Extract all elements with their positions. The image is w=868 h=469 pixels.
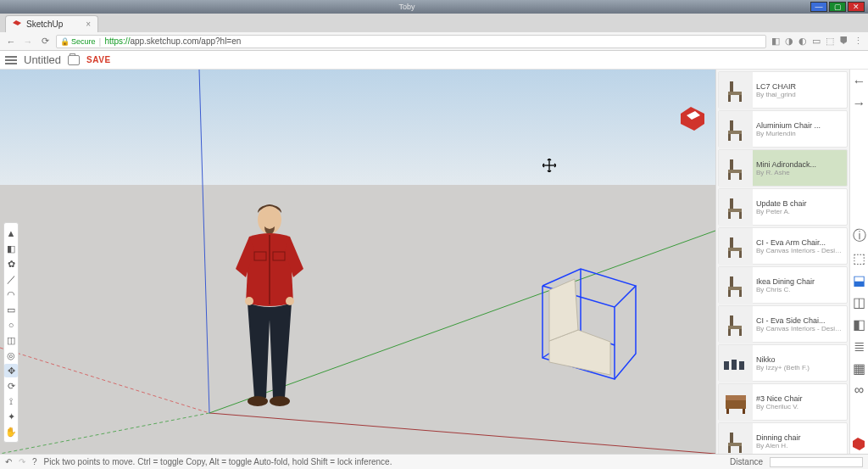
minimize-button[interactable]: — xyxy=(810,2,827,12)
warehouse-result[interactable]: Aluminium Chair ...By Murlendin xyxy=(718,110,848,148)
tools-toolbar: ▲ ◧ ✿ ／ ◠ ▭ ○ ◫ ◎ ✥ ⟳ ⟟ ✦ ✋ xyxy=(3,222,19,443)
save-button[interactable]: SAVE xyxy=(86,55,111,64)
warehouse-result[interactable]: NikkoBy Izzy+ (Beth F.) xyxy=(718,344,848,382)
tape-tool[interactable]: ⟟ xyxy=(4,394,18,408)
info-icon[interactable]: ⓘ xyxy=(853,229,866,243)
svg-rect-48 xyxy=(724,361,729,370)
rotate-tool[interactable]: ⟳ xyxy=(4,379,18,393)
sketchup-logo-icon xyxy=(678,103,707,136)
offset-tool[interactable]: ◎ xyxy=(4,349,18,362)
svg-rect-40 xyxy=(730,276,733,288)
extension-icon[interactable]: ◐ xyxy=(798,36,807,47)
browser-tab-title: SketchUp xyxy=(26,20,63,29)
forward-button[interactable]: → xyxy=(22,36,34,47)
display-icon[interactable]: ∞ xyxy=(853,383,866,397)
scenes-icon[interactable]: ▦ xyxy=(853,361,866,375)
svg-rect-20 xyxy=(730,81,733,93)
styles-icon[interactable]: ◧ xyxy=(853,317,866,331)
svg-line-5 xyxy=(199,70,209,413)
maximize-button[interactable]: ▢ xyxy=(829,2,846,12)
reload-button[interactable]: ⟳ xyxy=(39,36,51,47)
result-thumbnail xyxy=(719,228,753,265)
warehouse-result[interactable]: #3 Nice ChairBy Cheriluc V. xyxy=(718,383,848,421)
result-author: By R. Ashe xyxy=(756,169,843,176)
orbit-tool[interactable]: ✦ xyxy=(4,410,18,423)
sketchup-favicon-icon xyxy=(13,20,21,29)
line-tool[interactable]: ／ xyxy=(4,272,18,286)
warehouse-result[interactable]: Update B chairBy Peter A. xyxy=(718,188,848,226)
url-text: https://app.sketchup.com/app?hl=en xyxy=(104,36,241,46)
warehouse-result[interactable]: CI - Eva Arm Chair...By Canvas Interiors… xyxy=(718,227,848,265)
svg-rect-50 xyxy=(739,361,744,370)
back-button[interactable]: ← xyxy=(5,36,17,47)
circle-tool[interactable]: ○ xyxy=(4,318,18,332)
svg-rect-56 xyxy=(728,443,742,446)
warehouse-results-panel[interactable]: LC7 CHAIRBy thai_grindAluminium Chair ..… xyxy=(715,70,849,454)
os-title-bar: Toby — ▢ ✕ xyxy=(0,0,868,14)
undo-icon[interactable]: ↶ xyxy=(5,457,12,466)
result-author: By Chris C. xyxy=(756,286,843,293)
status-bar: ↶ ↷ ? Pick two points to move. Ctrl = to… xyxy=(0,454,868,469)
materials-icon[interactable]: ◫ xyxy=(853,295,866,309)
extension-icon[interactable]: ◑ xyxy=(785,36,793,47)
tray-forward-icon[interactable]: → xyxy=(853,97,866,110)
result-author: By Alen H. xyxy=(756,442,843,449)
paint-tool[interactable]: ✿ xyxy=(4,257,18,271)
svg-rect-54 xyxy=(743,409,745,414)
instructor-icon[interactable]: ⬚ xyxy=(853,251,866,265)
redo-icon[interactable]: ↷ xyxy=(19,457,25,466)
folder-icon[interactable] xyxy=(68,55,80,65)
measurement-input[interactable] xyxy=(770,457,863,467)
extension-icon[interactable]: ◧ xyxy=(771,36,780,47)
move-tool[interactable]: ✥ xyxy=(4,364,18,377)
svg-rect-22 xyxy=(728,95,731,102)
components-icon[interactable]: ⬓ xyxy=(853,273,866,287)
sketchup-tray-icon[interactable] xyxy=(852,437,865,450)
tray-back-icon[interactable]: ← xyxy=(853,75,866,88)
help-icon[interactable]: ? xyxy=(32,457,37,466)
address-bar[interactable]: 🔒 Secure | https://app.sketchup.com/app?… xyxy=(56,35,766,48)
close-tab-icon[interactable]: × xyxy=(86,20,91,29)
browser-tab[interactable]: SketchUp × xyxy=(5,15,98,32)
result-author: By Murlendin xyxy=(756,130,843,137)
warehouse-result[interactable]: LC7 CHAIRBy thai_grind xyxy=(718,71,848,109)
close-button[interactable]: ✕ xyxy=(848,2,865,12)
svg-rect-24 xyxy=(730,120,733,132)
pushpull-tool[interactable]: ◫ xyxy=(4,333,18,347)
result-thumbnail xyxy=(719,72,753,109)
svg-rect-49 xyxy=(732,360,737,370)
select-tool[interactable]: ▲ xyxy=(4,226,18,240)
svg-rect-41 xyxy=(728,287,742,290)
warehouse-result[interactable]: Ikea Dining ChairBy Chris C. xyxy=(718,266,848,304)
warehouse-result[interactable]: Mini Adirondack...By R. Ashe xyxy=(718,149,848,187)
menu-button[interactable] xyxy=(5,56,17,64)
result-thumbnail xyxy=(719,384,753,422)
placed-component[interactable] xyxy=(534,260,644,391)
svg-rect-25 xyxy=(728,131,742,134)
extension-icon[interactable]: ⛊ xyxy=(839,36,849,47)
eraser-tool[interactable]: ◧ xyxy=(4,242,18,255)
result-thumbnail xyxy=(719,423,753,454)
svg-rect-51 xyxy=(726,400,746,409)
result-title: Update B chair xyxy=(756,199,843,208)
extension-icon[interactable]: ⬚ xyxy=(826,36,834,47)
browser-extensions: ◧ ◑ ◐ ▭ ⬚ ⛊ ⋮ xyxy=(771,36,863,47)
viewport[interactable]: ▲ ◧ ✿ ／ ◠ ▭ ○ ◫ ◎ ✥ ⟳ ⟟ ✦ ✋ xyxy=(0,70,715,454)
svg-rect-32 xyxy=(730,198,733,210)
browser-tab-strip: SketchUp × xyxy=(0,14,868,32)
arc-tool[interactable]: ◠ xyxy=(4,288,18,301)
rectangle-tool[interactable]: ▭ xyxy=(4,303,18,316)
warehouse-result[interactable]: Dinning chairBy Alen H. xyxy=(718,422,848,454)
svg-rect-57 xyxy=(728,446,731,453)
svg-rect-28 xyxy=(730,159,733,171)
layers-icon[interactable]: ≣ xyxy=(853,339,866,353)
menu-icon[interactable]: ⋮ xyxy=(854,36,863,47)
svg-rect-37 xyxy=(728,248,742,251)
svg-rect-35 xyxy=(739,212,742,219)
warehouse-result[interactable]: CI - Eva Side Chai...By Canvas Interiors… xyxy=(718,305,848,343)
pan-tool[interactable]: ✋ xyxy=(4,425,18,438)
result-author: By Canvas Interiors - Designer xyxy=(756,325,843,332)
extension-icon[interactable]: ▭ xyxy=(812,36,821,47)
move-cursor-icon xyxy=(542,159,556,172)
svg-rect-45 xyxy=(728,326,742,329)
